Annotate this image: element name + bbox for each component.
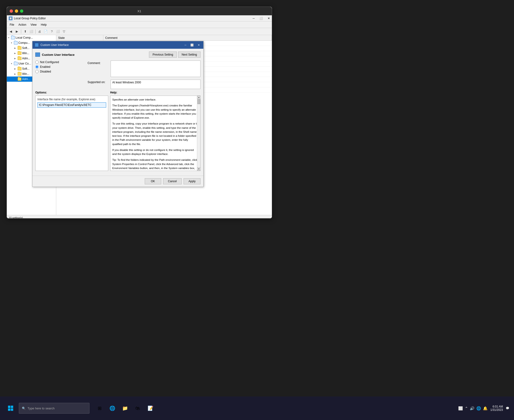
comment-textarea[interactable] xyxy=(111,60,201,77)
menu-bar: File Action View Help xyxy=(7,22,272,28)
tray-expand-icon[interactable]: ⌃ xyxy=(465,406,468,411)
tray-notification-icon[interactable]: 🔔 xyxy=(483,406,488,411)
next-setting-button[interactable]: Next Setting xyxy=(178,52,201,58)
cancel-button[interactable]: Cancel xyxy=(163,178,182,184)
list-header: State Comment xyxy=(56,35,272,41)
clock-date: 1/31/2023 xyxy=(491,408,503,412)
maximize-window-button[interactable] xyxy=(20,9,23,13)
dialog-right-panel: Comment: Supported on: At least Windows … xyxy=(88,60,201,89)
minimize-window-button[interactable] xyxy=(15,9,18,13)
expand-arrow-win2: ▶ xyxy=(14,73,18,75)
sidebar-item-local-comp[interactable]: ▼ Local Comp... xyxy=(7,35,56,40)
window-close-btn[interactable]: ✕ xyxy=(268,17,270,20)
taskbar-icon-edge[interactable]: 🌐 xyxy=(107,403,118,414)
apply-button[interactable]: Apply xyxy=(184,178,201,184)
folder-icon-computer xyxy=(14,41,18,45)
menu-view[interactable]: View xyxy=(29,22,39,27)
menu-help[interactable]: Help xyxy=(39,22,49,27)
expand-arrow-win: ▶ xyxy=(14,52,18,54)
dialog-minimize-button[interactable]: ─ xyxy=(183,43,188,47)
previous-setting-button[interactable]: Previous Setting xyxy=(149,52,177,58)
radio-enabled-input[interactable] xyxy=(35,65,39,68)
help-scrollbar[interactable]: ▲ ▼ xyxy=(197,96,200,171)
radio-not-configured-input[interactable] xyxy=(35,60,39,64)
svg-rect-1 xyxy=(11,406,13,408)
dialog-left-panel: Not Configured Enabled Disabled xyxy=(35,60,85,89)
col-header-state[interactable]: State xyxy=(56,35,103,40)
action-center-icon[interactable]: 💬 xyxy=(506,407,509,410)
taskbar-icon-store[interactable]: 🛍 xyxy=(132,403,143,414)
start-button[interactable] xyxy=(5,402,16,414)
folder-icon-adm xyxy=(18,57,22,60)
dialog-icon xyxy=(35,52,40,57)
folder-icon-soft xyxy=(18,46,22,50)
radio-disabled-input[interactable] xyxy=(35,70,39,73)
radio-not-configured[interactable]: Not Configured xyxy=(35,60,85,64)
scroll-down-arrow[interactable]: ▼ xyxy=(197,167,201,171)
tray-keyboard-icon[interactable]: ⬜ xyxy=(458,406,463,411)
supported-value-box: At least Windows 2000 xyxy=(111,80,201,89)
filter-button[interactable]: ▽ xyxy=(61,29,67,34)
dialog-restore-button[interactable]: ⬜ xyxy=(190,43,194,47)
radio-group: Not Configured Enabled Disabled xyxy=(35,60,85,73)
window-restore-btn[interactable]: ⬜ xyxy=(259,17,263,20)
help-text-2: The Explorer program (%windir%\explorer.… xyxy=(112,104,198,120)
scroll-thumb[interactable] xyxy=(197,99,200,104)
help-button[interactable]: ? xyxy=(49,29,54,34)
expand-arrow-user: ▼ xyxy=(11,63,14,65)
print-button[interactable]: 🖨 xyxy=(37,29,42,34)
dialog-close-button[interactable]: ✕ xyxy=(196,43,201,47)
supported-field-row: Supported on: At least Windows 2000 xyxy=(88,80,201,89)
taskbar-icon-task-view[interactable]: ⊞ xyxy=(94,403,105,414)
taskbar-icon-explorer[interactable]: 📁 xyxy=(119,403,130,414)
col-header-comment[interactable]: Comment xyxy=(103,35,272,40)
window-minimize-btn[interactable]: ─ xyxy=(253,17,255,20)
menu-file[interactable]: File xyxy=(8,22,16,27)
dialog-title-text: Custom User Interface xyxy=(40,43,181,47)
dialog-setting-title: Custom User Interface xyxy=(35,52,74,57)
back-button[interactable]: ◀ xyxy=(8,29,13,34)
menu-action[interactable]: Action xyxy=(16,22,28,27)
tray-speaker-icon[interactable]: 🔊 xyxy=(470,406,475,411)
ok-button[interactable]: OK xyxy=(145,178,161,184)
dialog-header-row: Custom User Interface Previous Setting N… xyxy=(35,52,201,58)
taskbar: 🔍 Type here to search ⊞ 🌐 📁 🛍 📝 ⬜ ⌃ 🔊 🌐 … xyxy=(0,397,514,420)
help-panel: Help: Specifies an alternate user interf… xyxy=(110,91,201,171)
app-title: Local Group Policy Editor xyxy=(14,17,46,20)
help-text-1: Specifies an alternate user interface. xyxy=(112,98,198,102)
svg-rect-0 xyxy=(8,406,10,408)
state-label: State xyxy=(58,36,65,39)
radio-disabled[interactable]: Disabled xyxy=(35,70,85,73)
window-controls xyxy=(10,9,23,13)
comment-label: Comment: xyxy=(88,60,109,65)
folder-icon-localcomp xyxy=(11,36,15,39)
tray-network-icon[interactable]: 🌐 xyxy=(476,406,481,411)
dialog-main-content: Not Configured Enabled Disabled xyxy=(35,60,201,89)
dialog-custom-user-interface: Custom User Interface ─ ⬜ ✕ Custom User … xyxy=(32,41,204,187)
forward-button[interactable]: ▶ xyxy=(14,29,20,34)
expand-arrow: ▼ xyxy=(8,37,11,39)
app-title-bar: 📋 Local Group Policy Editor ─ ⬜ ✕ xyxy=(7,15,272,22)
folder-icon-soft2 xyxy=(18,67,22,70)
help-content: Specifies an alternate user interface. T… xyxy=(110,96,201,171)
comment-textarea-container xyxy=(111,60,201,78)
clock[interactable]: 6:01 AM 1/31/2023 xyxy=(491,405,503,412)
supported-label: Supported on: xyxy=(88,80,109,84)
taskbar-icon-notes[interactable]: 📝 xyxy=(145,403,156,414)
properties-button[interactable]: ⬜ xyxy=(55,29,60,34)
show-hide-button[interactable]: ⬜ xyxy=(29,29,34,34)
help-text-5: Tip: To find the folders indicated by th… xyxy=(112,158,198,171)
options-field-input[interactable] xyxy=(37,102,106,108)
window-title: X1 xyxy=(137,9,141,13)
taskbar-right: ⬜ ⌃ 🔊 🌐 🔔 6:01 AM 1/31/2023 💬 xyxy=(458,405,509,412)
scroll-up-arrow[interactable]: ▲ xyxy=(197,96,201,99)
export-button[interactable]: 📄 xyxy=(43,29,48,34)
close-window-button[interactable] xyxy=(10,9,13,13)
comment-label: Comment xyxy=(105,36,118,39)
system-tray-icons: ⬜ ⌃ 🔊 🌐 🔔 xyxy=(458,406,488,411)
radio-enabled[interactable]: Enabled xyxy=(35,65,85,68)
status-bar: 10 setting(s) xyxy=(7,215,272,218)
search-bar[interactable]: 🔍 Type here to search xyxy=(19,403,89,414)
search-icon: 🔍 xyxy=(22,407,26,410)
up-button[interactable]: ⬆ xyxy=(22,29,28,34)
